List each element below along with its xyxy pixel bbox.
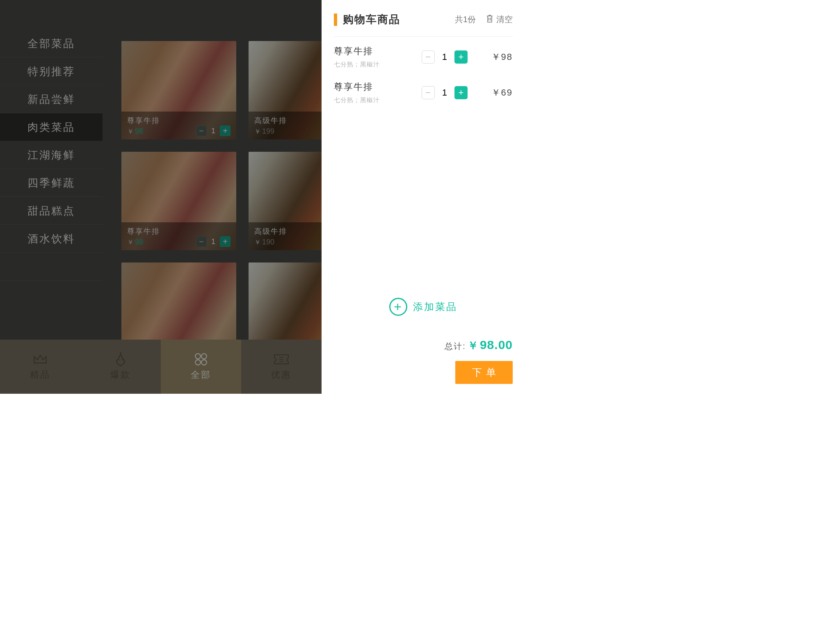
dish-card[interactable]: 高级牛排 ￥199 — [249, 41, 322, 139]
clear-label: 清空 — [496, 14, 513, 25]
grid-icon — [193, 352, 209, 366]
trash-icon — [486, 14, 494, 25]
cart-item: 尊享牛排 七分熟；黑椒汁 − 1 + ￥69 — [334, 81, 513, 104]
dish-name: 尊享牛排 — [127, 226, 160, 236]
flame-icon — [113, 352, 128, 366]
menu-area: 全部菜品 特别推荐 新品尝鲜 肉类菜品 江湖海鲜 四季鲜蔬 甜品糕点 酒水饮料 … — [0, 0, 322, 394]
cart-stepper: − 1 + — [422, 86, 468, 99]
sidebar-item-all[interactable]: 全部菜品 — [0, 30, 103, 57]
dish-stepper: − 1 + — [196, 236, 231, 247]
nav-hot[interactable]: 爆款 — [80, 340, 161, 394]
dish-name: 高级牛排 — [254, 116, 287, 126]
increase-button[interactable]: + — [454, 86, 468, 99]
dish-name: 尊享牛排 — [127, 116, 160, 126]
sidebar-item-new[interactable]: 新品尝鲜 — [0, 85, 103, 113]
cart-stepper: − 1 + — [422, 50, 468, 64]
total-amount: ￥98.00 — [468, 338, 513, 353]
cart-list: 尊享牛排 七分熟；黑椒汁 − 1 + ￥98 尊享牛排 七分熟；黑椒汁 − 1 — [334, 45, 513, 104]
cart-count: 共1份 — [455, 14, 476, 25]
decrease-button[interactable]: − — [422, 86, 435, 99]
dish-qty: 1 — [211, 127, 216, 135]
nav-label: 爆款 — [110, 369, 131, 381]
dish-card[interactable]: 尊享牛排 ￥98 − 1 + — [121, 41, 236, 139]
dish-price: ￥98 — [127, 127, 160, 136]
increase-button[interactable]: + — [454, 50, 468, 64]
nav-all[interactable]: 全部 — [161, 340, 241, 394]
cart-item-price: ￥98 — [476, 51, 513, 63]
cart-item-price: ￥69 — [476, 87, 513, 99]
sidebar-item-drinks[interactable]: 酒水饮料 — [0, 225, 103, 253]
cart-title: 购物车商品 — [343, 12, 400, 27]
dish-qty: 1 — [211, 237, 216, 246]
cart-item-options: 七分熟；黑椒汁 — [334, 61, 413, 68]
cart-header: 购物车商品 共1份 清空 — [334, 12, 513, 27]
cart-item-name: 尊享牛排 — [334, 45, 413, 57]
dish-card-footer: 尊享牛排 ￥98 − 1 + — [121, 222, 236, 250]
decrease-button[interactable]: − — [196, 236, 207, 247]
svg-point-1 — [201, 354, 207, 359]
sidebar-item-recommend[interactable]: 特别推荐 — [0, 57, 103, 85]
total-label: 总计: — [445, 341, 466, 352]
divider — [334, 37, 513, 37]
sidebar-item-meat[interactable]: 肉类菜品 — [0, 113, 103, 141]
cart-item-qty: 1 — [442, 87, 447, 98]
nav-label: 优惠 — [271, 369, 292, 381]
plus-circle-icon: + — [389, 298, 407, 316]
cart-panel: 购物车商品 共1份 清空 尊享牛排 七分熟；黑椒汁 − — [322, 0, 525, 394]
dish-price: ￥190 — [254, 238, 287, 247]
cart-item: 尊享牛排 七分熟；黑椒汁 − 1 + ￥98 — [334, 45, 513, 68]
cart-item-qty: 1 — [442, 52, 447, 62]
dish-card[interactable]: 高级牛排 ￥190 — [249, 152, 322, 250]
clear-cart-button[interactable]: 清空 — [486, 14, 513, 25]
nav-featured[interactable]: 精品 — [0, 340, 80, 394]
sidebar-item-dessert[interactable]: 甜品糕点 — [0, 197, 103, 225]
minus-icon: − — [199, 237, 204, 246]
nav-label: 全部 — [191, 369, 211, 381]
dish-price: ￥98 — [127, 238, 160, 247]
crown-icon — [32, 352, 48, 366]
cart-total: 总计: ￥98.00 — [445, 338, 513, 353]
dish-card-footer: 高级牛排 ￥199 — [249, 112, 322, 139]
category-sidebar: 全部菜品 特别推荐 新品尝鲜 肉类菜品 江湖海鲜 四季鲜蔬 甜品糕点 酒水饮料 — [0, 30, 103, 281]
dish-price: ￥199 — [254, 127, 287, 136]
decrease-button[interactable]: − — [196, 126, 207, 136]
plus-icon: + — [223, 237, 228, 246]
cart-item-options: 七分熟；黑椒汁 — [334, 96, 413, 104]
plus-icon: + — [223, 127, 228, 135]
sidebar-item-seafood[interactable]: 江湖海鲜 — [0, 141, 103, 169]
dish-card-footer: 尊享牛排 ￥98 − 1 + — [121, 112, 236, 139]
increase-button[interactable]: + — [220, 126, 231, 136]
decrease-button[interactable]: − — [422, 50, 435, 64]
nav-label: 精品 — [30, 369, 50, 381]
svg-point-3 — [201, 360, 207, 365]
increase-button[interactable]: + — [220, 236, 231, 247]
bottom-nav: 精品 爆款 全部 优惠 — [0, 340, 322, 394]
minus-icon: − — [199, 127, 204, 135]
nav-coupon[interactable]: 优惠 — [241, 340, 322, 394]
place-order-button[interactable]: 下单 — [455, 361, 513, 384]
accent-bar — [334, 14, 337, 26]
dish-card[interactable]: 尊享牛排 ￥98 − 1 + — [121, 152, 236, 250]
add-dish-label: 添加菜品 — [413, 300, 457, 313]
svg-point-0 — [195, 354, 201, 359]
cart-item-name: 尊享牛排 — [334, 81, 413, 93]
svg-point-2 — [195, 360, 201, 365]
dish-card-footer: 高级牛排 ￥190 — [249, 222, 322, 250]
add-dish-button[interactable]: + 添加菜品 — [334, 298, 513, 316]
sidebar-item-vegetable[interactable]: 四季鲜蔬 — [0, 169, 103, 197]
dish-name: 高级牛排 — [254, 226, 287, 236]
ticket-icon — [274, 352, 289, 366]
dish-stepper: − 1 + — [196, 126, 231, 136]
